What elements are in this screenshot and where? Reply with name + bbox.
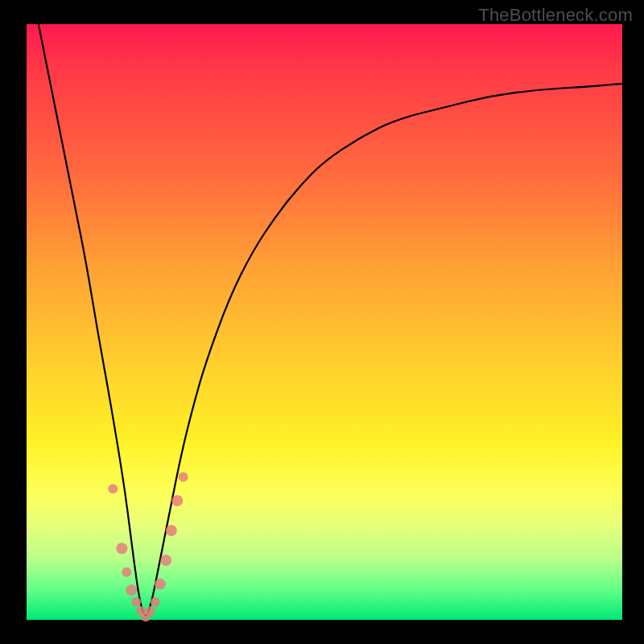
data-point bbox=[179, 472, 188, 481]
watermark-text: TheBottleneck.com bbox=[478, 5, 633, 26]
data-point bbox=[122, 568, 131, 577]
data-point bbox=[151, 597, 160, 607]
data-markers bbox=[108, 472, 188, 621]
chart-svg bbox=[27, 24, 622, 620]
data-point bbox=[108, 484, 118, 493]
data-point bbox=[171, 495, 183, 506]
data-point bbox=[116, 543, 127, 554]
data-point bbox=[131, 597, 141, 607]
data-point bbox=[166, 525, 177, 536]
data-point bbox=[126, 584, 137, 596]
data-point bbox=[160, 555, 171, 566]
data-point bbox=[146, 606, 155, 616]
data-point bbox=[155, 579, 166, 590]
plot-area bbox=[27, 24, 622, 620]
bottleneck-curve bbox=[39, 24, 622, 615]
chart-frame: TheBottleneck.com bbox=[0, 0, 644, 644]
